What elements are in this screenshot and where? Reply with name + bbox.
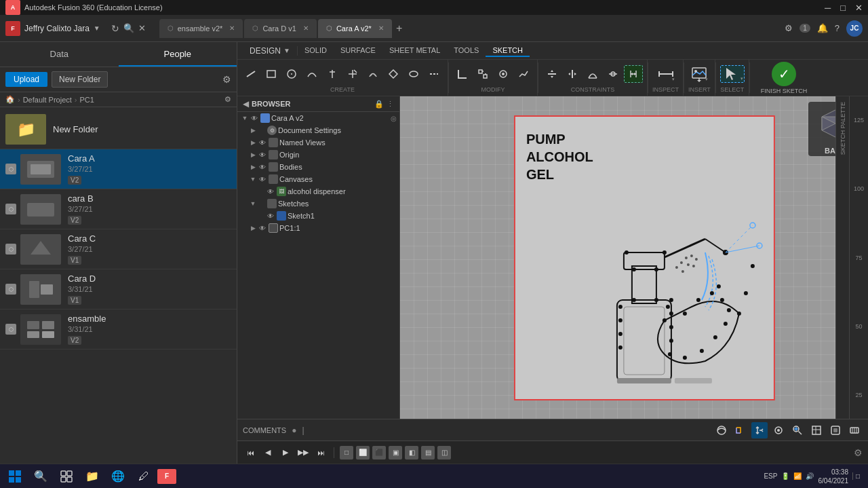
list-item[interactable]: ⬡ Cara C 3/27/21 V1: [0, 229, 237, 269]
list-item[interactable]: 📁 New Folder: [0, 110, 237, 149]
display-settings-button[interactable]: [846, 422, 863, 438]
mode-tools[interactable]: TOOLS: [447, 45, 486, 57]
start-button[interactable]: [3, 466, 27, 487]
tab-cara-d[interactable]: ⬡ Cara D v1 ✕: [244, 19, 317, 38]
eye-icon[interactable]: 👁: [259, 151, 266, 159]
orbit-button[interactable]: [713, 422, 730, 438]
taskbar-pen-icon[interactable]: 🖊: [132, 466, 156, 487]
coincident-constraint-button[interactable]: [604, 65, 623, 83]
search-icon[interactable]: 🔍: [123, 23, 134, 33]
mode-surface[interactable]: SURFACE: [334, 45, 382, 57]
tree-item-sketch1[interactable]: 👁 Sketch1: [237, 210, 399, 222]
tree-target-icon[interactable]: ◎: [391, 115, 397, 122]
tree-expand[interactable]: ▶: [248, 223, 258, 233]
tree-item-bodies[interactable]: ▶ 👁 Bodies: [237, 161, 399, 173]
frame-box6-icon[interactable]: ▤: [421, 446, 435, 459]
rectangle-tool-button[interactable]: [262, 65, 281, 83]
panel-tab-people[interactable]: People: [119, 42, 237, 67]
tree-item-canvases[interactable]: ▼ 👁 Canvases: [237, 173, 399, 185]
upload-button[interactable]: Upload: [5, 72, 47, 87]
playback-next-button[interactable]: ▶▶: [296, 445, 311, 460]
notifications-icon[interactable]: 🔔: [817, 23, 828, 33]
frame-box2-icon[interactable]: ⬜: [356, 446, 370, 459]
playback-last-button[interactable]: ⏭: [313, 445, 328, 460]
list-item[interactable]: ⬡ Cara D 3/31/21 V1: [0, 269, 237, 309]
measure-tool-button[interactable]: ▾: [656, 65, 675, 83]
tree-item-pc1[interactable]: ▶ 👁 PC1:1: [237, 222, 399, 234]
tangent-constraint-button[interactable]: [583, 65, 602, 83]
arc-tool-button[interactable]: [302, 65, 321, 83]
breadcrumb-home[interactable]: 🏠: [5, 95, 15, 104]
playback-prev-button[interactable]: ◀: [260, 445, 275, 460]
frame-box5-icon[interactable]: ◧: [405, 446, 418, 459]
tree-expand[interactable]: ▶: [248, 126, 258, 135]
offset-tool-button[interactable]: [363, 65, 382, 83]
eye-icon[interactable]: 👁: [267, 212, 274, 220]
eye-icon[interactable]: 👁: [267, 188, 274, 195]
refresh-icon[interactable]: ↻: [111, 23, 119, 34]
panel-tab-data[interactable]: Data: [0, 42, 119, 67]
finish-sketch-button[interactable]: ✓ FINISH SKETCH: [755, 60, 813, 96]
cancel-icon[interactable]: ✕: [138, 23, 146, 33]
playback-settings-icon[interactable]: ⚙: [854, 447, 863, 458]
panel-settings-icon[interactable]: ⚙: [222, 74, 231, 85]
list-item[interactable]: ⬡ ensamble 3/31/21 V2: [0, 309, 237, 350]
trim-tool-button[interactable]: [343, 65, 362, 83]
zoom-button[interactable]: [732, 422, 749, 438]
tree-expand[interactable]: ▼: [240, 113, 250, 123]
scale-tool-button[interactable]: [473, 65, 492, 83]
close-button[interactable]: ✕: [855, 3, 863, 13]
new-folder-button[interactable]: New Folder: [52, 71, 108, 88]
taskbar-explorer-icon[interactable]: 📁: [80, 466, 104, 487]
tree-item-sketches[interactable]: ▼ Sketches: [237, 198, 399, 210]
list-item[interactable]: ⬡ Cara A 3/27/21 V2: [0, 149, 237, 189]
tree-expand[interactable]: ▶: [248, 150, 258, 159]
break-tool-button[interactable]: [514, 65, 533, 83]
project-settings-icon[interactable]: ⚙: [224, 95, 231, 104]
add-tab-button[interactable]: +: [393, 22, 405, 35]
taskbar-search-icon[interactable]: 🔍: [28, 466, 53, 487]
dimension-constraint-button[interactable]: [624, 65, 643, 83]
tree-item-alcohol-dispenser[interactable]: 👁 🖼 alcohol dispenser: [237, 185, 399, 198]
zoom-fit-button[interactable]: [789, 422, 806, 438]
tree-expand[interactable]: ▶: [248, 162, 258, 172]
ellipse-tool-button[interactable]: [404, 65, 423, 83]
mode-sketch[interactable]: SKETCH: [486, 45, 530, 57]
frame-box7-icon[interactable]: ◫: [437, 446, 451, 459]
construction-line-button[interactable]: [384, 65, 403, 83]
eye-icon[interactable]: 👁: [259, 176, 266, 183]
browser-menu-icon[interactable]: ⋮: [387, 100, 394, 109]
tree-item-named-views[interactable]: ▶ 👁 Named Views: [237, 136, 399, 149]
select-tool-button[interactable]: ▾: [720, 65, 745, 83]
line-tool-button[interactable]: [241, 65, 260, 83]
tree-expand[interactable]: ▶: [248, 138, 258, 147]
avatar[interactable]: JC: [846, 20, 863, 37]
tab-cara-d-close[interactable]: ✕: [303, 24, 309, 32]
circle-tool-button[interactable]: [282, 65, 301, 83]
tree-expand-active[interactable]: ▼: [248, 199, 258, 208]
tree-item-document-settings[interactable]: ▶ ⚙ Document Settings: [237, 124, 399, 136]
look-at-button[interactable]: [770, 422, 787, 438]
eye-icon[interactable]: 👁: [259, 139, 266, 147]
settings-icon[interactable]: ⚙: [785, 23, 793, 33]
breadcrumb-folder[interactable]: PC1: [80, 96, 94, 104]
render-button[interactable]: [827, 422, 844, 438]
playback-first-button[interactable]: ⏮: [243, 445, 258, 460]
tab-ensamble-close[interactable]: ✕: [229, 24, 235, 32]
pan-button[interactable]: [751, 422, 768, 438]
tab-ensamble[interactable]: ⬡ ensamble v2* ✕: [159, 19, 243, 38]
show-desktop-button[interactable]: □: [852, 472, 860, 480]
playback-play-button[interactable]: ▶: [278, 445, 293, 460]
breadcrumb-project[interactable]: Default Project: [23, 96, 72, 104]
frame-box3-icon[interactable]: ⬛: [372, 446, 386, 459]
grid-button[interactable]: [808, 422, 825, 438]
maximize-button[interactable]: □: [840, 3, 846, 13]
vertical-constraint-button[interactable]: [563, 65, 582, 83]
eye-icon[interactable]: 👁: [251, 115, 258, 122]
browser-collapse-icon[interactable]: ◀: [243, 99, 249, 109]
eye-icon[interactable]: 👁: [259, 164, 266, 171]
comments-toggle[interactable]: ●: [292, 426, 296, 435]
tree-item-cara-a-v2[interactable]: ▼ 👁 Cara A v2 ◎: [237, 112, 399, 124]
browser-lock-icon[interactable]: 🔒: [374, 100, 384, 109]
frame-box4-icon[interactable]: ▣: [389, 446, 402, 459]
